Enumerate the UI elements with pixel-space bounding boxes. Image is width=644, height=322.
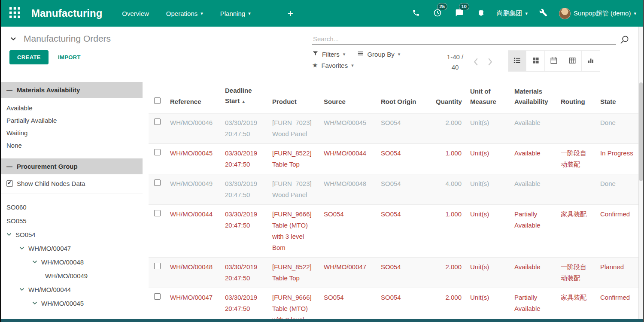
- cell-uom[interactable]: Unit(s): [466, 174, 510, 205]
- add-menu-button[interactable]: +: [286, 8, 295, 19]
- row-checkbox[interactable]: [154, 293, 161, 300]
- cell-product[interactable]: [FURN_9666] Table (MTO) with 3 level Bom: [268, 288, 319, 322]
- user-menu[interactable]: Sunpop超管 (demo) ▾: [559, 8, 636, 19]
- cell-root-origin[interactable]: SO054: [377, 113, 431, 144]
- activities-button[interactable]: 25: [431, 7, 444, 20]
- column-header-quantity[interactable]: Quantity: [431, 82, 466, 113]
- cell-availability[interactable]: Available: [510, 258, 556, 288]
- cell-routing[interactable]: [556, 113, 596, 144]
- cell-reference[interactable]: WH/MO/00044: [166, 205, 221, 258]
- company-menu[interactable]: 尚鹏集团 ▾: [497, 9, 528, 18]
- breadcrumb-actions-button[interactable]: [9, 35, 17, 43]
- section-procurement-group[interactable]: — Procurement Group: [1, 158, 143, 174]
- cell-source[interactable]: WH/MO/00047: [319, 258, 377, 288]
- cell-reference[interactable]: WH/MO/00046: [166, 113, 221, 144]
- facet-none[interactable]: None: [1, 139, 143, 152]
- messages-button[interactable]: 10: [453, 7, 465, 20]
- cell-state[interactable]: Confirmed: [596, 205, 639, 258]
- table-row[interactable]: WH/MO/00046 03/30/2019 20:47:50 [FURN_70…: [149, 113, 639, 144]
- table-row[interactable]: WH/MO/00047 03/30/2019 20:47:50 [FURN_96…: [149, 288, 639, 322]
- cell-uom[interactable]: Unit(s): [466, 258, 510, 288]
- tree-item[interactable]: WH/MO/00044: [1, 283, 143, 296]
- cell-reference[interactable]: WH/MO/00045: [166, 144, 221, 174]
- chevron-down-icon[interactable]: [19, 288, 24, 291]
- cell-product[interactable]: [FURN_7023] Wood Panel: [268, 174, 319, 205]
- tree-item[interactable]: SO055: [1, 214, 143, 228]
- cell-product[interactable]: [FURN_9666] Table (MTO) with 3 level Bom: [268, 205, 319, 258]
- cell-uom[interactable]: Unit(s): [466, 144, 510, 174]
- cell-uom[interactable]: Unit(s): [466, 113, 510, 144]
- cell-source[interactable]: WH/MO/00044: [319, 144, 377, 174]
- cell-quantity[interactable]: 1.000: [431, 205, 466, 258]
- cell-product[interactable]: [FURN_7023] Wood Panel: [268, 113, 319, 144]
- cell-uom[interactable]: Unit(s): [466, 205, 510, 258]
- column-header-source[interactable]: Source: [319, 82, 377, 113]
- column-header-routing[interactable]: Routing: [556, 82, 596, 113]
- group-by-menu[interactable]: Group By ▾: [357, 50, 400, 58]
- cell-deadline[interactable]: 03/30/2019 20:47:50: [221, 174, 268, 205]
- column-header-materials-availability[interactable]: Materials Availability: [510, 82, 556, 113]
- column-header-product[interactable]: Product: [268, 82, 319, 113]
- column-header-state[interactable]: State: [596, 82, 639, 113]
- select-all-checkbox[interactable]: [154, 97, 161, 104]
- cell-state[interactable]: In Progress: [596, 144, 639, 174]
- menu-overview[interactable]: Overview: [122, 10, 149, 17]
- import-button[interactable]: IMPORT: [57, 51, 82, 64]
- row-checkbox[interactable]: [154, 210, 161, 216]
- cell-deadline[interactable]: 03/30/2019 20:47:50: [221, 205, 268, 258]
- cell-quantity[interactable]: 2.000: [431, 258, 466, 288]
- cell-root-origin[interactable]: SO054: [377, 258, 431, 288]
- scrollbar-thumb[interactable]: [639, 82, 643, 181]
- facet-partially-available[interactable]: Partially Available: [1, 114, 143, 127]
- list-view-button[interactable]: [508, 50, 526, 72]
- cell-deadline[interactable]: 03/30/2019 20:47:50: [221, 113, 268, 144]
- cell-source[interactable]: SO054: [319, 205, 377, 258]
- row-checkbox[interactable]: [154, 149, 161, 155]
- tree-item[interactable]: WH/MO/00047: [1, 241, 143, 255]
- cell-uom[interactable]: Unit(s): [466, 288, 510, 322]
- section-materials-availability[interactable]: — Materials Availability: [1, 82, 143, 98]
- cell-routing[interactable]: [556, 174, 596, 205]
- column-header-root-origin[interactable]: Root Origin: [377, 82, 431, 113]
- cell-reference[interactable]: WH/MO/00049: [166, 174, 221, 205]
- cell-state[interactable]: Planned: [596, 258, 639, 288]
- cell-root-origin[interactable]: SO054: [377, 288, 431, 322]
- cell-routing[interactable]: 一阶段自动装配: [556, 258, 596, 288]
- cell-product[interactable]: [FURN_8522] Table Top: [268, 258, 319, 288]
- cell-root-origin[interactable]: SO054: [377, 205, 431, 258]
- cell-availability[interactable]: Available: [510, 113, 556, 144]
- cell-source[interactable]: SO054: [319, 288, 377, 322]
- table-row[interactable]: WH/MO/00045 03/30/2019 20:47:50 [FURN_85…: [149, 144, 639, 174]
- cell-state[interactable]: Confirmed: [596, 288, 639, 322]
- kanban-view-button[interactable]: [526, 50, 545, 72]
- cell-quantity[interactable]: 2.000: [431, 288, 466, 322]
- cell-deadline[interactable]: 03/30/2019 20:47:50: [221, 258, 268, 288]
- cell-quantity[interactable]: 1.000: [431, 144, 466, 174]
- graph-view-button[interactable]: [582, 50, 600, 72]
- menu-operations[interactable]: Operations ▾: [166, 10, 203, 17]
- cell-root-origin[interactable]: SO054: [377, 144, 431, 174]
- row-checkbox[interactable]: [154, 118, 161, 125]
- chevron-down-icon[interactable]: [32, 260, 37, 264]
- apps-menu-button[interactable]: [8, 6, 22, 21]
- row-checkbox[interactable]: [154, 263, 161, 269]
- cell-availability[interactable]: Partially Available: [510, 205, 556, 258]
- tree-item[interactable]: WH/MO/00049: [1, 269, 143, 283]
- cell-availability[interactable]: Partially Available: [510, 288, 556, 322]
- column-header-uom[interactable]: Unit of Measure: [466, 82, 510, 113]
- cell-quantity[interactable]: 2.000: [431, 113, 466, 144]
- table-row[interactable]: WH/MO/00048 03/30/2019 20:47:50 [FURN_85…: [149, 258, 639, 288]
- cell-source[interactable]: WH/MO/00048: [319, 174, 377, 205]
- cell-reference[interactable]: WH/MO/00047: [166, 288, 221, 322]
- chevron-down-icon[interactable]: [19, 246, 24, 250]
- search-icon[interactable]: [620, 35, 629, 45]
- calendar-view-button[interactable]: [545, 50, 563, 72]
- app-title[interactable]: Manufacturing: [31, 7, 102, 19]
- row-checkbox[interactable]: [154, 179, 161, 186]
- cell-deadline[interactable]: 03/30/2019 20:47:50: [221, 288, 268, 322]
- tree-item[interactable]: WH/MO/00045: [1, 296, 143, 310]
- vertical-scrollbar[interactable]: [638, 27, 643, 319]
- tree-item[interactable]: WH/MO/00048: [1, 255, 143, 269]
- cell-routing[interactable]: 家具装配: [556, 288, 596, 322]
- pager-previous-button[interactable]: [470, 56, 482, 69]
